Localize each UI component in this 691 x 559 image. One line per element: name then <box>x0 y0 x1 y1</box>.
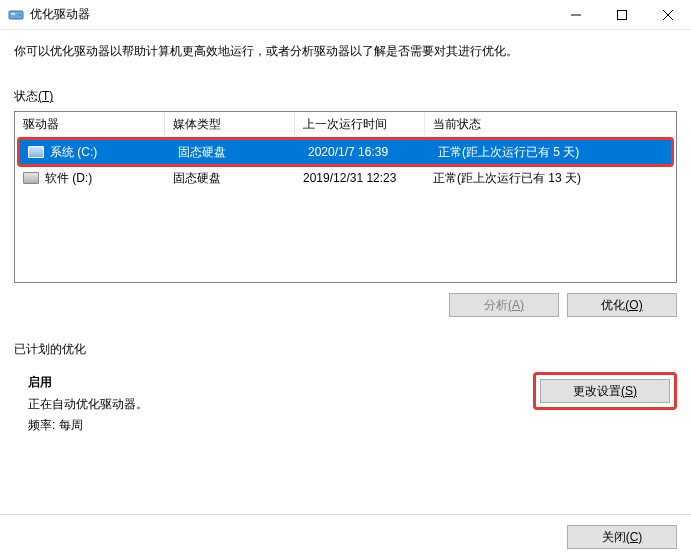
table-row[interactable]: 软件 (D:) 固态硬盘 2019/12/31 12:23 正常(距上次运行已有… <box>15 166 676 190</box>
schedule-block: 启用 正在自动优化驱动器。 频率: 每周 更改设置(S) <box>14 372 677 437</box>
schedule-frequency: 频率: 每周 <box>28 415 148 437</box>
minimize-button[interactable] <box>553 0 599 30</box>
drive-media: 固态硬盘 <box>165 168 295 189</box>
col-status[interactable]: 当前状态 <box>425 112 676 137</box>
close-button[interactable]: 关闭(C) <box>567 525 677 549</box>
drive-icon <box>23 172 39 184</box>
svg-rect-1 <box>11 13 15 15</box>
col-lastrun[interactable]: 上一次运行时间 <box>295 112 425 137</box>
highlighted-change-settings-frame: 更改设置(S) <box>533 372 677 410</box>
highlighted-row-frame: 系统 (C:) 固态硬盘 2020/1/7 16:39 正常(距上次运行已有 5… <box>17 137 674 167</box>
footer: 关闭(C) <box>0 514 691 559</box>
description-text: 你可以优化驱动器以帮助计算机更高效地运行，或者分析驱动器以了解是否需要对其进行优… <box>14 42 677 60</box>
main-content: 你可以优化驱动器以帮助计算机更高效地运行，或者分析驱动器以了解是否需要对其进行优… <box>0 30 691 437</box>
svg-rect-4 <box>618 10 627 19</box>
col-drive[interactable]: 驱动器 <box>15 112 165 137</box>
table-row[interactable]: 系统 (C:) 固态硬盘 2020/1/7 16:39 正常(距上次运行已有 5… <box>20 140 671 164</box>
schedule-description: 正在自动优化驱动器。 <box>28 394 148 416</box>
window-controls <box>553 0 691 30</box>
optimize-button[interactable]: 优化(O) <box>567 293 677 317</box>
drive-lastrun: 2019/12/31 12:23 <box>295 169 425 187</box>
drive-status: 正常(距上次运行已有 5 天) <box>430 142 671 163</box>
drive-name: 软件 (D:) <box>45 170 92 187</box>
svg-point-2 <box>19 14 21 16</box>
close-window-button[interactable] <box>645 0 691 30</box>
schedule-enabled: 启用 <box>28 372 148 394</box>
drives-table: 驱动器 媒体类型 上一次运行时间 当前状态 系统 (C:) 固态硬盘 2020/… <box>14 111 677 283</box>
table-buttons: 分析(A) 优化(O) <box>14 293 677 317</box>
drive-icon <box>28 146 44 158</box>
table-header: 驱动器 媒体类型 上一次运行时间 当前状态 <box>15 112 676 138</box>
drive-status: 正常(距上次运行已有 13 天) <box>425 168 676 189</box>
titlebar: 优化驱动器 <box>0 0 691 30</box>
schedule-title: 已计划的优化 <box>14 341 677 358</box>
window-title: 优化驱动器 <box>30 6 553 23</box>
schedule-info: 启用 正在自动优化驱动器。 频率: 每周 <box>28 372 148 437</box>
drive-lastrun: 2020/1/7 16:39 <box>300 143 430 161</box>
change-settings-button[interactable]: 更改设置(S) <box>540 379 670 403</box>
analyze-button[interactable]: 分析(A) <box>449 293 559 317</box>
maximize-button[interactable] <box>599 0 645 30</box>
drive-media: 固态硬盘 <box>170 142 300 163</box>
drive-name: 系统 (C:) <box>50 144 97 161</box>
status-label: 状态(T) <box>14 88 677 105</box>
app-icon <box>8 7 24 23</box>
col-media[interactable]: 媒体类型 <box>165 112 295 137</box>
